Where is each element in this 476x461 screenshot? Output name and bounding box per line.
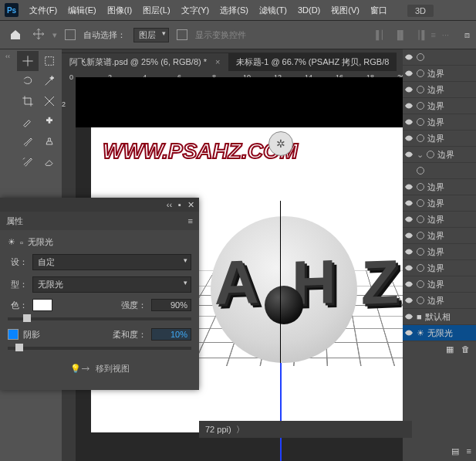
visibility-icon[interactable] — [404, 53, 414, 62]
layers-menu-icon[interactable]: ▦ — [446, 344, 454, 354]
layer-row[interactable] — [403, 49, 476, 66]
layer-row[interactable]: 边界 — [403, 82, 476, 98]
layer-row[interactable]: 边界 — [403, 228, 476, 244]
lasso-tool[interactable] — [17, 71, 39, 91]
softness-input[interactable]: 10% — [151, 328, 191, 341]
visibility-icon[interactable] — [404, 69, 414, 78]
menu-view[interactable]: 视图(V) — [331, 5, 360, 16]
distribute-icon[interactable]: ≡ — [430, 30, 435, 40]
visibility-icon[interactable] — [404, 182, 414, 192]
menubar: Ps 文件(F) 编辑(E) 图像(I) 图层(L) 文字(Y) 选择(S) 滤… — [0, 0, 476, 21]
layer-row[interactable]: 边界 — [403, 212, 476, 228]
auto-select-combo[interactable]: 图层 — [133, 28, 169, 42]
more-align-icon[interactable]: ··· — [442, 30, 449, 40]
layer-row[interactable]: 边界 — [403, 293, 476, 309]
3d-letter-z: Z — [361, 246, 399, 319]
eyedropper-tool[interactable] — [17, 111, 39, 131]
layer-row[interactable]: 边界 — [403, 179, 476, 195]
visibility-icon[interactable] — [404, 280, 414, 289]
menu-3d[interactable]: 3D(D) — [298, 5, 320, 15]
menu-filter[interactable]: 滤镜(T) — [259, 5, 287, 16]
auto-select-checkbox[interactable] — [65, 29, 76, 40]
visibility-icon[interactable] — [404, 150, 414, 159]
visibility-icon[interactable] — [404, 198, 414, 208]
light-pivot-control[interactable]: ✲ — [268, 131, 293, 156]
layer-row[interactable]: 边界 — [403, 114, 476, 131]
axis-z-line[interactable] — [280, 363, 282, 461]
intensity-slider[interactable] — [8, 317, 191, 320]
slice-tool[interactable] — [39, 91, 60, 111]
layer-row[interactable]: 边界 — [403, 98, 476, 114]
visibility-icon[interactable] — [404, 215, 414, 224]
layer-row[interactable]: 边界 — [403, 195, 476, 212]
menu-edit[interactable]: 编辑(E) — [68, 5, 96, 16]
magic-wand-tool[interactable] — [39, 71, 60, 91]
align-left-icon[interactable]: ▌▏ — [376, 30, 388, 40]
layer-row[interactable]: 边界 — [403, 276, 476, 293]
preset-select[interactable]: 自定 — [32, 254, 191, 270]
layer-row[interactable]: ⌄边界 — [403, 147, 476, 163]
intensity-input[interactable]: 90% — [151, 299, 191, 311]
visibility-icon[interactable] — [404, 231, 414, 240]
layer-row[interactable]: 边界 — [403, 244, 476, 260]
shadow-checkbox[interactable] — [8, 329, 19, 340]
align-center-h-icon[interactable]: ▐▌ — [394, 30, 407, 40]
type-select[interactable]: 无限光 — [32, 276, 191, 293]
layer-row[interactable] — [403, 163, 476, 179]
layer-row[interactable]: 边界 — [403, 66, 476, 82]
crop-tool[interactable] — [17, 91, 39, 111]
collapse-panel-icon[interactable]: ‹‹ — [167, 200, 172, 209]
close-panel-icon[interactable]: ✕ — [187, 200, 194, 210]
layer-row-selected[interactable]: ☀无限光 — [403, 325, 476, 341]
panel-expand-icon[interactable]: ▤ — [451, 446, 459, 456]
layer-row[interactable]: 边界 — [403, 260, 476, 276]
visibility-icon[interactable] — [404, 263, 414, 273]
history-brush-tool[interactable] — [17, 151, 39, 171]
menu-layer[interactable]: 图层(L) — [143, 5, 170, 16]
brush-tool[interactable] — [17, 131, 39, 151]
eraser-tool[interactable] — [39, 151, 60, 171]
home-button[interactable] — [6, 25, 25, 44]
status-chevron-icon[interactable]: 〉 — [236, 424, 245, 436]
panel-menu-icon[interactable]: ▪ — [178, 200, 181, 209]
doc-tab-1[interactable]: 阿飞新菜谱.psd @ 25% (6, RGB/8) * × — [62, 53, 228, 71]
color-swatch[interactable] — [32, 299, 52, 311]
visibility-icon[interactable] — [404, 101, 414, 110]
visibility-icon[interactable] — [404, 134, 414, 143]
visibility-icon[interactable] — [404, 117, 414, 127]
move-to-view-button[interactable]: 移到视图 — [96, 363, 130, 375]
show-transform-checkbox[interactable] — [177, 29, 187, 40]
menu-file[interactable]: 文件(F) — [29, 5, 57, 16]
move-tool[interactable] — [17, 51, 39, 71]
panel-menu-icon[interactable]: ≡ — [467, 446, 471, 456]
visibility-icon[interactable] — [404, 296, 414, 305]
menu-window[interactable]: 窗口 — [370, 5, 387, 16]
layer-row[interactable]: ■默认相 — [403, 309, 476, 325]
menu-type[interactable]: 文字(Y) — [181, 5, 210, 16]
healing-brush-tool[interactable] — [39, 111, 60, 131]
doc-tab-2[interactable]: 未标题-1 @ 66.7% (PSAHZ 拷贝, RGB/8 — [228, 53, 397, 71]
bulb-icon[interactable]: 💡🡒 — [70, 364, 89, 374]
visibility-icon[interactable] — [404, 328, 414, 337]
visibility-icon[interactable] — [404, 312, 414, 321]
clone-stamp-tool[interactable] — [39, 131, 60, 151]
softness-slider[interactable] — [8, 347, 191, 350]
visibility-icon[interactable] — [404, 247, 414, 256]
workspace-3d-tab[interactable]: 3D — [407, 5, 434, 17]
status-text: 72 ppi) — [205, 425, 231, 434]
marquee-tool[interactable] — [39, 51, 60, 71]
collapse-tools-icon[interactable]: ‹‹ — [0, 53, 15, 60]
panel-options-icon[interactable]: ≡ — [188, 216, 193, 225]
3d-mode-icon[interactable]: ⧈ — [464, 30, 470, 40]
color-label: 色： — [8, 300, 28, 311]
layer-row[interactable]: 边界 — [403, 131, 476, 147]
visibility-icon[interactable] — [404, 85, 414, 94]
target-icon[interactable] — [417, 53, 424, 61]
menu-select[interactable]: 选择(S) — [220, 5, 248, 16]
align-right-icon[interactable]: ▕▐ — [413, 30, 425, 40]
trash-icon[interactable]: 🗑 — [461, 344, 470, 354]
close-tab-1-icon[interactable]: × — [215, 57, 220, 66]
menu-image[interactable]: 图像(I) — [107, 5, 132, 16]
properties-tab[interactable]: 属性 — [6, 215, 23, 227]
properties-panel: ‹‹ ▪ ✕ 属性 ≡ ☀ ▫ 无限光 设： 自定 型： 无限光 色： 强度： … — [0, 198, 199, 390]
